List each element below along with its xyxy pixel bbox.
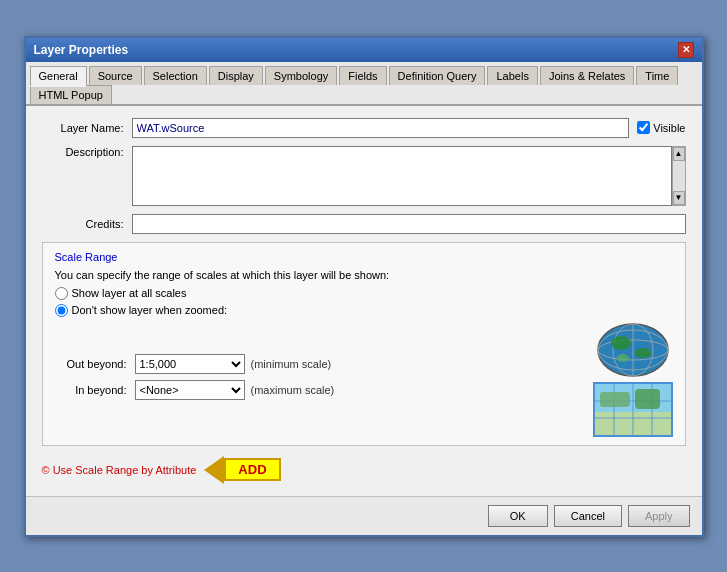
scale-range-section: Scale Range You can specify the range of… (42, 242, 686, 446)
ok-button[interactable]: OK (488, 505, 548, 527)
description-textarea[interactable] (132, 146, 672, 206)
tab-time[interactable]: Time (636, 66, 678, 85)
credits-label: Credits: (42, 218, 132, 230)
general-tab-content: Layer Name: Visible Description: ▲ ▼ Cre… (26, 106, 702, 496)
visible-check-group: Visible (637, 121, 685, 134)
layer-name-input[interactable] (132, 118, 630, 138)
layer-name-row: Layer Name: Visible (42, 118, 686, 138)
out-beyond-select[interactable]: 1:5,000 (135, 354, 245, 374)
dont-show-zoomed-row: Don't show layer when zoomed: (55, 304, 673, 317)
tab-labels[interactable]: Labels (487, 66, 537, 85)
description-label: Description: (42, 146, 132, 158)
globe-container (593, 323, 673, 437)
bottom-bar: OK Cancel Apply (26, 496, 702, 535)
apply-button[interactable]: Apply (628, 505, 690, 527)
visible-label: Visible (653, 122, 685, 134)
arrow-add[interactable]: ADD (204, 456, 280, 484)
scale-range-desc: You can specify the range of scales at w… (55, 269, 673, 281)
in-beyond-row: In beyond: <None> (maximum scale) (55, 380, 573, 400)
layer-name-label: Layer Name: (42, 122, 132, 134)
out-unit: (minimum scale) (251, 358, 332, 370)
in-beyond-select[interactable]: <None> (135, 380, 245, 400)
tab-symbology[interactable]: Symbology (265, 66, 337, 85)
globe-icon (593, 323, 673, 378)
svg-point-5 (611, 336, 631, 350)
tab-general[interactable]: General (30, 66, 87, 87)
dialog-title: Layer Properties (34, 43, 129, 57)
svg-point-6 (635, 348, 651, 358)
use-scale-row: © Use Scale Range by Attribute ADD (42, 456, 686, 484)
close-button[interactable]: ✕ (678, 42, 694, 58)
globe-svg (593, 323, 673, 378)
dont-show-zoomed-label: Don't show layer when zoomed: (72, 304, 228, 316)
title-bar: Layer Properties ✕ (26, 38, 702, 62)
description-scrollbar[interactable]: ▲ ▼ (672, 146, 686, 206)
scroll-down-btn[interactable]: ▼ (673, 191, 685, 205)
tabs-bar: General Source Selection Display Symbolo… (26, 62, 702, 106)
tab-source[interactable]: Source (89, 66, 142, 85)
in-unit: (maximum scale) (251, 384, 335, 396)
arrow-icon (204, 456, 224, 484)
layer-properties-dialog: Layer Properties ✕ General Source Select… (24, 36, 704, 537)
show-all-scales-radio[interactable] (55, 287, 68, 300)
credits-input[interactable] (132, 214, 686, 234)
tab-joins-relates[interactable]: Joins & Relates (540, 66, 634, 85)
visible-checkbox[interactable] (637, 121, 650, 134)
map-icon (593, 382, 673, 437)
svg-rect-15 (600, 392, 630, 407)
tab-definition-query[interactable]: Definition Query (389, 66, 486, 85)
scroll-up-btn[interactable]: ▲ (673, 147, 685, 161)
tab-selection[interactable]: Selection (144, 66, 207, 85)
svg-rect-16 (635, 389, 660, 409)
out-label: Out beyond: (55, 358, 135, 370)
map-svg (595, 384, 671, 435)
cancel-button[interactable]: Cancel (554, 505, 622, 527)
tab-html-popup[interactable]: HTML Popup (30, 85, 112, 104)
svg-point-7 (617, 354, 629, 362)
credits-row: Credits: (42, 214, 686, 234)
show-all-scales-label: Show layer at all scales (72, 287, 187, 299)
scale-grid: Out beyond: 1:5,000 (minimum scale) In b… (55, 354, 573, 406)
add-label[interactable]: ADD (224, 458, 280, 481)
in-label: In beyond: (55, 384, 135, 396)
dont-show-zoomed-radio[interactable] (55, 304, 68, 317)
tab-fields[interactable]: Fields (339, 66, 386, 85)
out-beyond-row: Out beyond: 1:5,000 (minimum scale) (55, 354, 573, 374)
description-row: Description: ▲ ▼ (42, 146, 686, 206)
use-scale-text: © Use Scale Range by Attribute (42, 464, 197, 476)
tab-display[interactable]: Display (209, 66, 263, 85)
scale-range-title[interactable]: Scale Range (55, 251, 673, 263)
show-all-scales-row: Show layer at all scales (55, 287, 673, 300)
scale-controls: Out beyond: 1:5,000 (minimum scale) In b… (55, 323, 673, 437)
